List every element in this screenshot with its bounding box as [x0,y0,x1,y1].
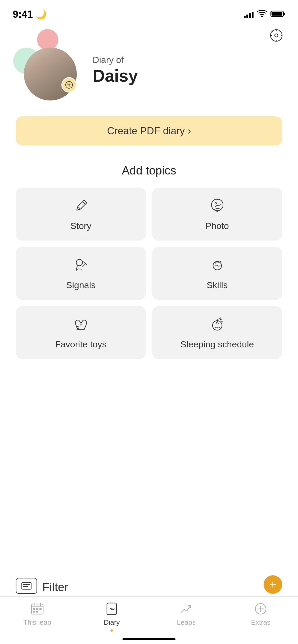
this-leap-label: This leap [23,618,51,627]
diary-active-dot [110,629,113,632]
add-topics-title: Add topics [0,164,298,177]
sleeping-schedule-label: Sleeping schedule [180,339,254,349]
topic-skills[interactable]: Skills [152,247,282,300]
topic-favorite-toys[interactable]: Favorite toys [16,306,146,359]
time-display: 9:41 [13,9,33,20]
home-indicator [123,638,175,640]
diary-label: Diary [104,618,120,627]
svg-rect-2 [284,13,285,15]
tab-bar: This leap Diary Leaps [0,596,298,644]
moon-icon: 🌙 [35,9,47,20]
avatar [24,48,77,100]
svg-rect-28 [36,608,38,610]
extras-icon [253,601,268,616]
topics-grid: Story Photo [0,188,298,359]
svg-rect-31 [36,611,38,613]
story-label: Story [70,221,91,231]
tab-extras[interactable]: Extras [224,601,298,627]
svg-point-10 [215,203,216,204]
avatar-container [21,40,82,100]
skills-icon [209,257,226,276]
tab-leaps[interactable]: Leaps [149,601,224,627]
svg-point-33 [111,609,112,610]
create-pdf-button[interactable]: Create PDF diary › [16,116,282,145]
svg-text:z: z [220,316,221,319]
svg-point-12 [76,259,83,266]
profile-section: Diary of Daisy [0,24,298,100]
svg-rect-27 [33,608,35,610]
profile-name: Daisy [93,66,138,86]
svg-rect-3 [272,12,282,16]
svg-point-0 [261,16,263,17]
photo-icon [209,197,226,217]
topic-story[interactable]: Story [16,188,146,241]
svg-rect-18 [22,582,31,589]
diary-icon [104,601,119,616]
skills-label: Skills [207,280,228,290]
filter-icon [16,578,37,594]
filter-label: Filter [42,581,68,594]
leaps-label: Leaps [177,618,196,627]
svg-rect-30 [33,611,35,613]
tab-diary[interactable]: Diary [75,601,149,632]
topic-photo[interactable]: Photo [152,188,282,241]
wifi-icon [257,10,267,19]
svg-rect-32 [107,603,116,615]
status-bar: 9:41 🌙 [0,0,298,24]
story-icon [73,197,89,217]
sleeping-schedule-icon: Z z [209,316,226,335]
filter-bar[interactable]: Filter [0,559,298,596]
status-icons [244,10,285,19]
photo-label: Photo [205,221,229,231]
leaps-icon [179,601,194,616]
tab-this-leap[interactable]: This leap [0,601,75,627]
topic-sleeping-schedule[interactable]: Z z Sleeping schedule [152,306,282,359]
topic-signals[interactable]: Signals [16,247,146,300]
svg-point-9 [211,199,223,211]
pdf-btn-label: Create PDF diary › [107,125,191,137]
svg-rect-29 [39,608,42,610]
decoration-pink [37,29,58,50]
signals-icon [73,257,89,276]
battery-icon [270,10,285,19]
diary-of-label: Diary of [93,55,138,65]
extras-label: Extras [251,618,270,627]
status-time: 9:41 🌙 [13,9,47,20]
signal-bars-icon [244,11,254,18]
signals-label: Signals [66,280,96,290]
this-leap-icon [30,601,45,616]
favorite-toys-label: Favorite toys [55,339,107,349]
favorite-toys-icon [73,316,89,335]
filter-gold-button[interactable] [264,575,282,594]
profile-text: Diary of Daisy [93,55,138,86]
svg-point-15 [213,321,222,330]
edit-avatar-button[interactable] [61,77,77,93]
svg-point-13 [213,261,222,270]
